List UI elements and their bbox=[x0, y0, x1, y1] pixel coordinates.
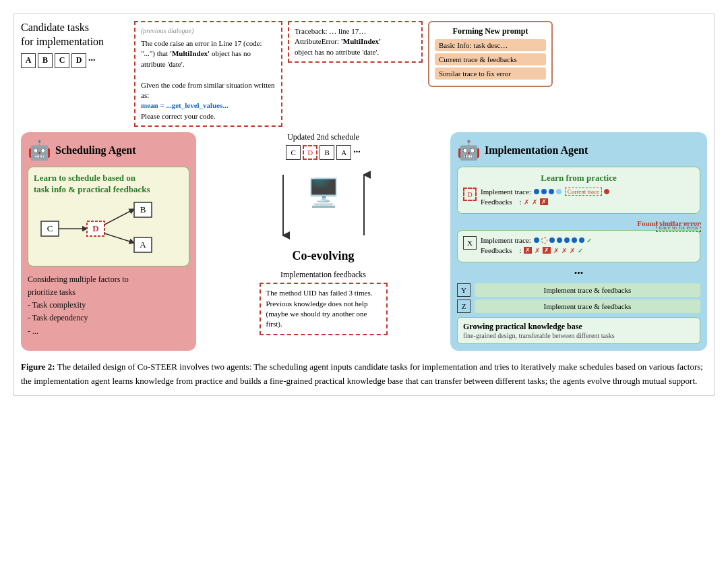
svg-text:A: A bbox=[140, 239, 146, 250]
xdot-2-outline bbox=[541, 237, 547, 244]
growing-subtitle: fine-grained design, transferable betwee… bbox=[463, 332, 694, 339]
forming-item-1: Basic Info: task desc… bbox=[435, 39, 546, 51]
implementation-title: Implementation Agent bbox=[485, 144, 588, 157]
svg-line-6 bbox=[104, 233, 134, 243]
scheduling-header: 🤖 Scheduling Agent bbox=[28, 139, 189, 161]
implement-trace-row: Implement trace: Current trace bbox=[481, 188, 694, 196]
x-mark-box: ✗ bbox=[540, 198, 548, 205]
learn-practice-box: Learn from practice D Implement trace: C… bbox=[457, 167, 700, 214]
xdot-6 bbox=[572, 237, 577, 243]
coevolving-panel: Updated 2nd schedule C D B A ··· bbox=[202, 132, 445, 351]
yz-section: Y Implement trace & feedbacks Z Implemen… bbox=[457, 283, 700, 313]
svg-text:🖥️: 🖥️ bbox=[307, 176, 340, 208]
updated-box-b: B bbox=[320, 145, 334, 160]
candidate-tasks-title: Candidate tasks for implementation bbox=[21, 21, 129, 49]
xdot-check: ✓ bbox=[586, 237, 592, 244]
svg-line-5 bbox=[104, 209, 134, 225]
task-box-d: D bbox=[71, 53, 86, 68]
svg-text:B: B bbox=[140, 204, 146, 215]
task-box-a: A bbox=[21, 53, 36, 68]
learn-schedule-box: Learn to schedule based ontask info & pr… bbox=[28, 167, 189, 266]
forming-title: Forming New prompt bbox=[435, 26, 546, 36]
updated-schedule-boxes: C D B A ··· bbox=[286, 145, 361, 160]
growing-knowledge-box: Growing practical knowledge base fine-gr… bbox=[457, 317, 700, 344]
task-box-b: B bbox=[38, 53, 53, 68]
updated-box-a: A bbox=[336, 145, 351, 160]
traceback-box: Traceback: … line 17… AttributeError: 'M… bbox=[288, 21, 423, 63]
forming-prompt-box: Forming New prompt Basic Info: task desc… bbox=[428, 21, 553, 87]
traceback-line2: AttributeError: 'MultiIndex' bbox=[295, 36, 416, 47]
updated-dots: ··· bbox=[353, 147, 361, 158]
xfb-2: ✗ bbox=[535, 247, 540, 254]
feedbacks-row: Feedbacks : ✗ ✗ ✗ bbox=[481, 198, 694, 206]
trace-dots: Current trace bbox=[534, 188, 609, 196]
top-area: Candidate tasks for implementation A B C… bbox=[21, 21, 707, 127]
forming-item-2: Current trace & feedbacks bbox=[435, 53, 546, 65]
dialogue-prev-label: (previous dialogue) bbox=[141, 26, 276, 36]
growing-title: Growing practical knowledge base bbox=[463, 322, 694, 332]
updated-schedule-label: Updated 2nd schedule bbox=[287, 132, 359, 142]
xdot-3 bbox=[549, 237, 555, 243]
coevolving-label: Co-evolving bbox=[293, 249, 355, 263]
implementation-header: 🤖 Implementation Agent bbox=[457, 139, 700, 161]
dot-3 bbox=[549, 189, 554, 194]
task-z-box: Z bbox=[457, 300, 471, 313]
xfb-5: ✗ bbox=[562, 247, 567, 254]
traceback-line1: Traceback: … line 17… bbox=[295, 26, 416, 36]
xdot-1 bbox=[534, 237, 539, 243]
xfb-3: ✗ bbox=[543, 247, 551, 254]
task-dots: ··· bbox=[88, 55, 96, 66]
similar-task-section: trace to fix error X Implement trace: bbox=[457, 230, 700, 262]
task-boxes-row: A B C D ··· bbox=[21, 53, 129, 68]
x-implement-trace-label: Implement trace: bbox=[481, 236, 531, 244]
dialogue-box: (previous dialogue) The code raise an er… bbox=[134, 21, 282, 127]
forming-item-3: Similar trace to fix error bbox=[435, 67, 546, 80]
xfb-check: ✓ bbox=[578, 247, 583, 254]
updated-box-c: C bbox=[286, 145, 301, 160]
feedback-box: The method UID has failed 3 times. Previ… bbox=[260, 283, 388, 335]
z-row: Z Implement trace & feedbacks bbox=[457, 300, 700, 313]
svg-text:C: C bbox=[47, 223, 53, 233]
candidate-tasks-section: Candidate tasks for implementation A B C… bbox=[21, 21, 129, 68]
caption-text: The detailed design of Co-STEER involves… bbox=[21, 362, 703, 386]
schedule-graph: C D bbox=[34, 201, 183, 255]
x-trace-dots: ✓ bbox=[534, 237, 592, 244]
considering-text: Considering multiple factors toprioritiz… bbox=[28, 273, 189, 338]
xfb-1: ✗ bbox=[524, 247, 532, 254]
xdot-5 bbox=[564, 237, 570, 243]
agents-row: 🤖 Scheduling Agent Learn to schedule bas… bbox=[21, 132, 707, 351]
xfb-4: ✗ bbox=[553, 247, 559, 254]
x-implement-trace-row: Implement trace: ✓ bbox=[481, 236, 694, 244]
dot-5 bbox=[604, 189, 609, 194]
learn-schedule-title: Learn to schedule based ontask info & pr… bbox=[34, 173, 183, 196]
dot-4 bbox=[556, 189, 562, 194]
impl-feedback-label: Implementation feedbacks bbox=[280, 270, 366, 280]
dialogue-text: The code raise an error in Line 17 (code… bbox=[141, 38, 276, 69]
x-mark-1: ✗ bbox=[524, 198, 529, 206]
x-feedbacks-row: Feedbacks : ✗ ✗ ✗ ✗ ✗ ✗ ✓ bbox=[481, 246, 694, 254]
traceback-line3: object has no attribute 'date'. bbox=[295, 47, 416, 57]
implement-trace-label: Implement trace: bbox=[481, 188, 531, 196]
x-feedbacks-label: Feedbacks : bbox=[481, 246, 521, 254]
feedbacks-label: Feedbacks : bbox=[481, 198, 521, 206]
dot-1 bbox=[534, 189, 539, 194]
implementation-agent-panel: 🤖 Implementation Agent Learn from practi… bbox=[450, 132, 707, 351]
y-row: Y Implement trace & feedbacks bbox=[457, 283, 700, 297]
current-trace-label: Current trace bbox=[565, 188, 602, 196]
y-content: Implement trace & feedbacks bbox=[475, 283, 700, 297]
trace-d-box: D bbox=[463, 188, 477, 201]
z-content: Implement trace & feedbacks bbox=[475, 300, 700, 313]
task-y-box: Y bbox=[457, 283, 471, 297]
updated-box-d: D bbox=[303, 145, 317, 160]
svg-text:D: D bbox=[92, 223, 98, 233]
xdot-7 bbox=[579, 237, 584, 243]
xfb-6: ✗ bbox=[570, 247, 575, 254]
dot-2 bbox=[541, 189, 547, 194]
scheduling-title: Scheduling Agent bbox=[55, 144, 136, 157]
scheduling-agent-panel: 🤖 Scheduling Agent Learn to schedule bas… bbox=[21, 132, 196, 351]
learn-practice-title: Learn from practice bbox=[463, 173, 694, 183]
scheduling-robot-icon: 🤖 bbox=[28, 139, 51, 161]
task-box-c: C bbox=[55, 53, 69, 68]
task-x-box: X bbox=[463, 236, 477, 250]
coevolving-arrows-svg: 🖥️ bbox=[263, 168, 384, 249]
